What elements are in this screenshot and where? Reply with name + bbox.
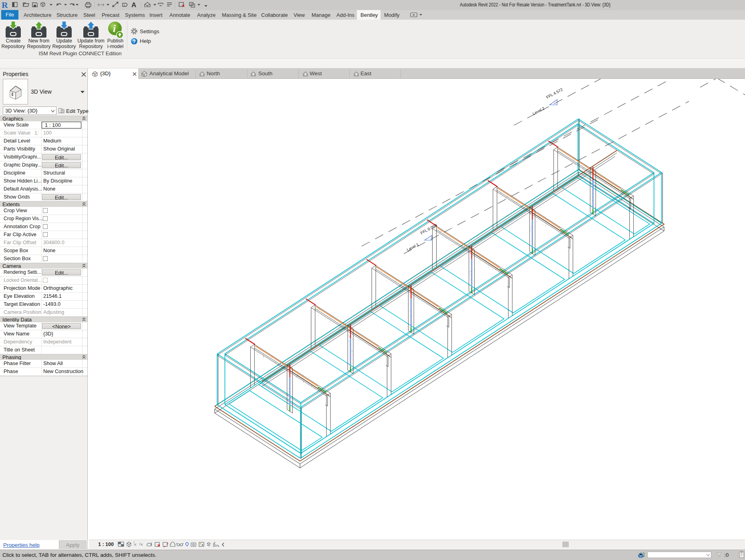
svg-text:FFL 4.572: FFL 4.572	[546, 87, 564, 99]
svg-text:i: i	[113, 23, 116, 34]
svg-text:A: A	[131, 1, 136, 9]
svg-text:?: ?	[133, 39, 136, 44]
svg-text:Level 1: Level 1	[406, 242, 420, 252]
svg-text:1: 1	[123, 4, 125, 7]
svg-text:Level 2: Level 2	[532, 106, 546, 116]
svg-text:R: R	[2, 0, 8, 10]
svg-text:FFL 0.000: FFL 0.000	[420, 223, 438, 235]
